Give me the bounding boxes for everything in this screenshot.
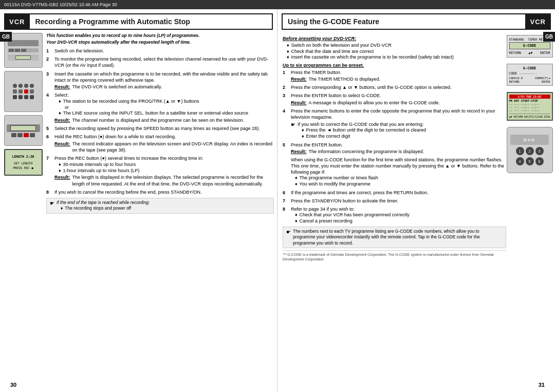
vcr-badge-right: VCR <box>525 13 551 30</box>
intro-text-1: This function enables you to record up t… <box>46 33 274 39</box>
enter-btn: ENTER <box>540 51 550 55</box>
top-bar-text: 00115A DVD-V77MS-GB2 10/25/02 10:46 AM P… <box>4 2 117 7</box>
remote-btn-1[interactable]: 1 <box>516 147 524 155</box>
vcr-badge-left: VCR <box>4 13 30 30</box>
step-1: 1 Switch on the television. <box>46 48 274 54</box>
right-page: GB Using the G-CODE Feature VCR Before p… <box>278 9 555 392</box>
r-step-4: 4 Press the numeric buttons to enter the… <box>283 108 506 140</box>
remote-btn-5[interactable]: 5 <box>526 157 534 165</box>
bullet-7-2: ♦1-hour intervals up to nine hours (LP) <box>59 168 274 174</box>
r-bullet-4-2: ♦Enter the correct digit <box>302 134 426 140</box>
intro-text-2: Your DVD-VCR stops automatically after t… <box>46 40 274 45</box>
bullet-4-or: or <box>59 105 274 111</box>
r-bullet-6-1: ♦The programme number or times flash <box>295 175 506 181</box>
remote-btn-6[interactable]: 6 <box>535 157 544 165</box>
left-content-area: LENGTH 2:30 SET LENGTH PRESS REC ● This … <box>0 33 277 214</box>
r-bullet-4-1: ♦Press the ◄ button until the digit to b… <box>302 127 426 134</box>
before-bullet-2: ♦Check that the date and time are correc… <box>287 49 506 55</box>
device-image-2 <box>4 71 43 112</box>
steps-list-left: 1 Switch on the television. 2 To monitor… <box>46 48 274 195</box>
screen-line-4: PRESS REC ● <box>13 166 33 170</box>
left-page: GB VCR Recording a Programme with Automa… <box>0 9 278 392</box>
page-num-right: 31 <box>539 382 545 388</box>
screen-line-3: SET LENGTH <box>14 161 32 165</box>
step-8: 8 If you wish to cancel the recording be… <box>46 189 274 195</box>
step-6: 6 Hold the REC button (●) down for a whi… <box>46 134 274 153</box>
right-note-box: ☛ The numbers next to each TV programme … <box>283 227 506 248</box>
right-note-icon: ☛ <box>286 229 291 246</box>
return-btn: RETURN <box>509 51 521 55</box>
footnote: ™ G-CODE is a trademark of Gemstar Devel… <box>283 250 506 262</box>
r-step-8: 8 Refer to page 34 if you wish to: ♦Chec… <box>283 206 506 225</box>
up-to-six-text: Up to six programmes can be preset. <box>283 63 506 68</box>
step-2: 2 To monitor the programme being recorde… <box>46 56 274 68</box>
step-5: 5 Select the recording speed by pressing… <box>46 125 274 132</box>
right-content-area: Before presetting your DVD-VCR: ♦Switch … <box>278 33 555 262</box>
r-bullet-8-1: ♦Check that your VCR has been programmed… <box>295 212 506 218</box>
left-images-col: LENGTH 2:30 SET LENGTH PRESS REC ● <box>0 33 46 214</box>
r-step-7: 7 Press the STANDBY/ON button to activat… <box>283 198 506 204</box>
device-image-3 <box>4 115 43 146</box>
step-7: 7 Press the REC button (●) several times… <box>46 155 274 187</box>
r-bullet-8-2: ♦Cancel a preset recording <box>295 218 506 225</box>
steps-list-right: 1 Press the TIMER button. Result: The TI… <box>283 69 506 224</box>
r-step-6: 6 If the programme and times are correct… <box>283 190 506 196</box>
right-images-col: STANDARD TIMER METHOD G-CODE RETURN ▲▼ E… <box>506 33 555 262</box>
top-bar: 00115A DVD-V77MS-GB2 10/25/02 10:46 AM P… <box>0 0 555 9</box>
r-step-6a: When using the G-CODE function for the f… <box>283 157 506 188</box>
step-4: 4 Select: ♦The station to be recorded us… <box>46 92 274 123</box>
left-note-box: ☛ If the end of the tape is reached whil… <box>46 198 274 214</box>
g-code-entry-display: G-CODE CODE --------- CODE(0-9 CORRECT(◄… <box>507 64 553 86</box>
left-title-bar: VCR Recording a Programme with Automatic… <box>4 13 273 30</box>
remote-control-image: DVD 1 2 3 4 5 6 <box>507 127 553 173</box>
right-title-bar: Using the G-CODE Feature VCR <box>282 13 551 30</box>
step-3: 3 Insert the cassette on which the progr… <box>46 71 274 90</box>
right-steps-col: Before presetting your DVD-VCR: ♦Switch … <box>278 33 506 262</box>
screen-display: LENGTH 2:30 SET LENGTH PRESS REC ● <box>4 149 43 176</box>
r-bullet-6-2: ♦You wish to modify the programme <box>295 181 506 188</box>
r-step-5: 5 Press the ENTER button. Result: The in… <box>283 142 506 155</box>
bullet-7-1: ♦30-minute intervals up to four hours <box>59 162 274 168</box>
remote-btn-3[interactable]: 3 <box>535 147 544 155</box>
before-bullet-3: ♦Insert the cassette on which the progra… <box>287 54 506 61</box>
bullet-4-2: ♦The LINE source using the INPUT SEL. bu… <box>59 110 274 117</box>
gb-badge-left: GB <box>0 32 12 42</box>
remote-btn-2[interactable]: 2 <box>526 147 534 155</box>
timer-grid-display: 1/2% TUE 13:02 PR DAY START-STOP -- --- … <box>507 92 553 121</box>
main-content: GB VCR Recording a Programme with Automa… <box>0 9 555 392</box>
note-icon: ☛ <box>50 200 54 212</box>
page-num-left: 30 <box>10 382 16 388</box>
sub-note-icon: ☛ <box>291 121 295 140</box>
remote-btn-4[interactable]: 4 <box>516 157 524 165</box>
left-page-title: Recording a Programme with Automatic Sto… <box>30 13 273 30</box>
left-steps-col: This function enables you to record up t… <box>46 33 277 214</box>
before-section-title: Before presetting your DVD-VCR: <box>283 36 506 41</box>
r-step-3: 3 Press the ENTER button to select G-COD… <box>283 92 506 105</box>
right-page-title: Using the G-CODE Feature <box>282 13 525 30</box>
before-bullet-1: ♦Switch on both the television and your … <box>287 43 506 49</box>
gb-badge-right: GB <box>543 32 555 42</box>
r-step-2: 2 Press the corresponding ▲ or ▼ buttons… <box>283 84 506 90</box>
nav-btn: ▲▼ <box>529 51 533 55</box>
bullet-4-1: ♦The station to be recorded using the PR… <box>59 99 274 105</box>
screen-line-1: LENGTH 2:30 <box>12 155 34 159</box>
r-step-1: 1 Press the TIMER button. Result: The TI… <box>283 69 506 82</box>
